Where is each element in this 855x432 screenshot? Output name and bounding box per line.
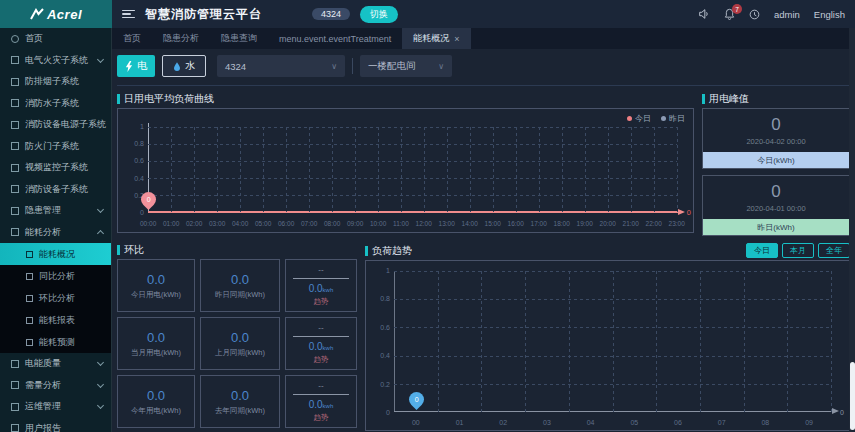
y-tick-label: 0.8 bbox=[122, 140, 144, 147]
gridline bbox=[744, 271, 745, 412]
switch-button[interactable]: 切换 bbox=[360, 6, 398, 23]
peak-usage-section: 用电峰值 0 2020-04-02 00:00 今日(kWh) 0 bbox=[702, 92, 850, 236]
trend-value: 0.0kwh bbox=[309, 283, 334, 294]
peak-card-body: 0 2020-04-02 00:00 bbox=[703, 109, 849, 152]
close-tab-icon[interactable]: × bbox=[454, 34, 459, 44]
user-menu[interactable]: admin bbox=[774, 9, 800, 20]
tab-bar: 首页隐患分析隐患查询menu.event.eventTreatment能耗概况× bbox=[112, 28, 855, 49]
language-switch[interactable]: English bbox=[814, 9, 845, 20]
gridline bbox=[608, 127, 609, 212]
sidebar-item[interactable]: 首页 bbox=[0, 28, 111, 50]
trend-unit: kwh bbox=[323, 287, 334, 293]
mom-value-card: 0.0昨日同期(kWh) bbox=[200, 259, 280, 312]
tab-label: 隐患查询 bbox=[221, 32, 257, 45]
y-tick-label: 1 bbox=[122, 123, 144, 130]
sidebar-item[interactable]: 能耗分析 bbox=[0, 222, 111, 244]
mom-card-grid: 0.0今日用电(kWh)0.0昨日同期(kWh)--0.0kwh趋势0.0当月用… bbox=[117, 259, 357, 428]
sidebar-subitem[interactable]: 环比分析 bbox=[0, 287, 111, 309]
sidebar-item[interactable]: 消防设备电源子系统 bbox=[0, 114, 111, 136]
tab-item[interactable]: menu.event.eventTreatment bbox=[268, 28, 402, 49]
bell-icon[interactable]: 7 bbox=[724, 8, 735, 20]
vertical-scrollbar[interactable] bbox=[849, 28, 855, 432]
body: 首页电气火灾子系统防排烟子系统消防水子系统消防设备电源子系统防火门子系统视频监控… bbox=[0, 28, 855, 432]
mom-value: 0.0 bbox=[231, 330, 249, 345]
sidebar-subitem[interactable]: 能耗预测 bbox=[0, 331, 111, 353]
trend-range-button[interactable]: 本月 bbox=[782, 243, 814, 258]
x-tick-label: 22:00 bbox=[646, 220, 662, 227]
peak-value: 0 bbox=[771, 182, 780, 202]
sidebar-item[interactable]: 防排烟子系统 bbox=[0, 71, 111, 93]
x-tick-label: 05:00 bbox=[255, 220, 271, 227]
chevron-up-icon bbox=[97, 230, 104, 237]
x-tick-label: 08 bbox=[761, 419, 769, 426]
legend-label: 今日 bbox=[635, 113, 651, 124]
x-tick-label: 15:00 bbox=[485, 220, 501, 227]
load-trend-title: 负荷趋势 bbox=[365, 244, 412, 258]
tab-active[interactable]: 能耗概况× bbox=[402, 28, 470, 49]
gridline bbox=[656, 271, 657, 412]
x-tick-label: 14:00 bbox=[462, 220, 478, 227]
x-tick-label: 00:00 bbox=[140, 220, 156, 227]
ops-icon bbox=[11, 403, 19, 411]
trend-range-button[interactable]: 全年 bbox=[818, 243, 850, 258]
x-axis-labels: 00:0001:0002:0003:0004:0005:0006:0007:00… bbox=[140, 220, 685, 227]
y-tick-label: 0 bbox=[368, 409, 390, 416]
gridline bbox=[148, 144, 677, 145]
sidebar-item[interactable]: 电能质量 bbox=[0, 353, 111, 375]
gridline bbox=[240, 127, 241, 212]
room-select[interactable]: 一楼配电间 ∨ bbox=[360, 55, 452, 77]
speaker-icon[interactable] bbox=[698, 8, 710, 20]
sidebar-subitem[interactable]: 能耗概况 bbox=[0, 243, 111, 265]
sidebar-item[interactable]: 消防水子系统 bbox=[0, 93, 111, 115]
sidebar-subitem-label: 环比分析 bbox=[39, 292, 75, 305]
logo-text: Acrel bbox=[47, 7, 82, 22]
trend-divider bbox=[293, 336, 349, 337]
menu-collapse-icon[interactable] bbox=[122, 10, 135, 19]
clock-icon[interactable] bbox=[749, 9, 760, 20]
submenu-icon bbox=[26, 339, 33, 346]
line-arrow-icon bbox=[832, 408, 839, 414]
legend-item[interactable]: 今日 bbox=[627, 113, 651, 124]
mom-value: 0.0 bbox=[147, 272, 165, 287]
mom-value-card: 0.0上月同期(kWh) bbox=[200, 317, 280, 370]
mom-value: 0.0 bbox=[231, 272, 249, 287]
app-root: Acrel 智慧消防管理云平台 4324 切换 7 admin English bbox=[0, 0, 855, 432]
load-curve-chart[interactable]: 今日昨日 10.80.60.40.20 0 0 00:0001:0002:000… bbox=[117, 108, 694, 233]
x-tick-label: 11:00 bbox=[393, 220, 409, 227]
sidebar-item[interactable]: 电气火灾子系统 bbox=[0, 50, 111, 72]
water-toggle-button[interactable]: 水 bbox=[162, 55, 206, 77]
tab-item[interactable]: 隐患查询 bbox=[210, 28, 268, 49]
x-tick-label: 01:00 bbox=[163, 220, 179, 227]
tab-item[interactable]: 隐患分析 bbox=[152, 28, 210, 49]
notification-badge: 7 bbox=[732, 4, 742, 14]
load-trend-chart[interactable]: 10.80.60.40.20 0 0 00010203040506070809 bbox=[365, 260, 850, 431]
sidebar-subitem[interactable]: 同比分析 bbox=[0, 265, 111, 287]
sidebar-item[interactable]: 防火门子系统 bbox=[0, 136, 111, 158]
gridline bbox=[217, 127, 218, 212]
y-tick-label: 0.4 bbox=[122, 175, 144, 182]
sidebar-subitem[interactable]: 能耗报表 bbox=[0, 309, 111, 331]
sidebar-item[interactable]: 用户报告 bbox=[0, 418, 111, 432]
sidebar-item[interactable]: 需量分析 bbox=[0, 375, 111, 397]
gridline bbox=[355, 127, 356, 212]
tab-item[interactable]: 首页 bbox=[112, 28, 152, 49]
sidebar-item[interactable]: 隐患管理 bbox=[0, 200, 111, 222]
sidebar-item[interactable]: 运维管理 bbox=[0, 396, 111, 418]
building-select-value: 4324 bbox=[225, 61, 246, 72]
x-tick-label: 01 bbox=[456, 419, 464, 426]
data-point-marker[interactable]: 0 bbox=[406, 389, 427, 410]
tab-label: 能耗概况 bbox=[413, 32, 449, 45]
scrollbar-thumb[interactable] bbox=[850, 362, 855, 430]
building-select[interactable]: 4324 ∨ bbox=[217, 55, 345, 77]
electric-fire-icon bbox=[11, 56, 19, 64]
gridline bbox=[470, 127, 471, 212]
sidebar-item[interactable]: 消防设备子系统 bbox=[0, 179, 111, 201]
legend-item[interactable]: 昨日 bbox=[661, 113, 685, 124]
trend-placeholder: -- bbox=[318, 265, 323, 274]
electric-toggle-button[interactable]: 电 bbox=[117, 55, 155, 77]
sidebar-item[interactable]: 视频监控子系统 bbox=[0, 157, 111, 179]
mom-label: 当月用电(kWh) bbox=[131, 348, 181, 358]
x-tick-label: 12:00 bbox=[416, 220, 432, 227]
trend-range-button[interactable]: 今日 bbox=[746, 243, 778, 258]
gridline bbox=[562, 127, 563, 212]
